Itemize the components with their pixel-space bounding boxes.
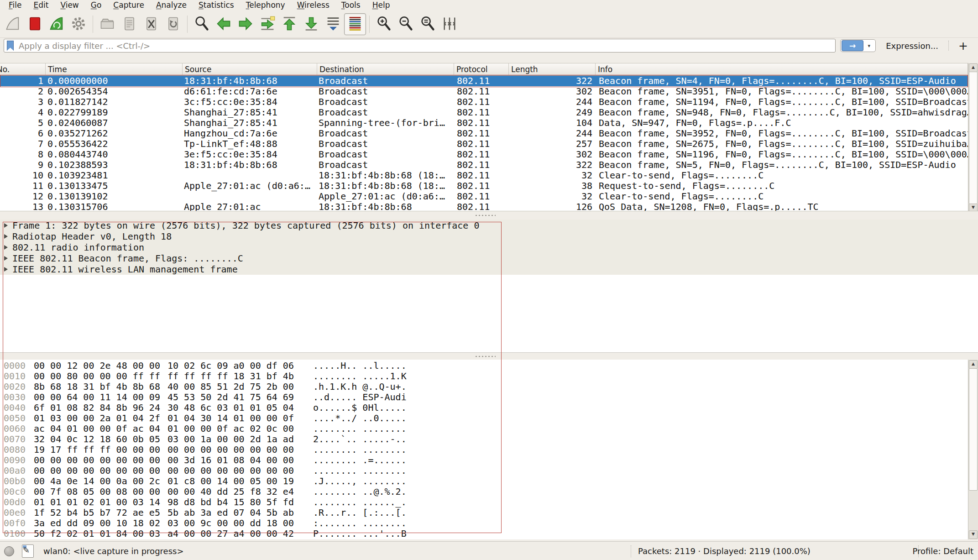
hex-pane-scrollbar[interactable]: ▲ ▼ (968, 360, 978, 539)
packet-row[interactable]: 2 0.002654354 d6:61:fe:cd:7a:6e Broadcas… (0, 86, 968, 97)
scrollbar-thumb[interactable] (969, 72, 978, 204)
pane-splitter[interactable] (0, 211, 978, 220)
hex-row[interactable]: 0090 00 00 00 00 00 00 00 00 00 3d 16 01… (0, 455, 968, 466)
menu-item[interactable]: Wireless (291, 0, 335, 11)
zoom-reset-button[interactable] (417, 13, 439, 35)
menu-item[interactable]: File (3, 0, 27, 11)
detail-row[interactable]: IEEE 802.11 Beacon frame, Flags: .......… (0, 253, 978, 264)
splitter-grip-icon (475, 214, 496, 217)
restart-capture-button[interactable] (46, 13, 68, 35)
packet-row[interactable]: 3 0.011827142 3c:f5:cc:0e:35:84 Broadcas… (0, 97, 968, 107)
go-first-packet-button[interactable] (278, 13, 300, 35)
packet-row[interactable]: 6 0.035271262 Hangzhou_cd:7a:6e Broadcas… (0, 128, 968, 139)
hex-row[interactable]: 00b0 00 4a 0e 14 00 0a 00 2c 01 c8 00 14… (0, 476, 968, 487)
hex-row[interactable]: 0000 00 00 12 00 2e 48 00 00 10 02 6c 09… (0, 361, 968, 371)
column-header-no[interactable]: No. (0, 63, 46, 75)
hex-row[interactable]: 00f0 3a ed dd 09 00 10 18 02 03 00 9c 00… (0, 518, 968, 529)
column-header-protocol[interactable]: Protocol (454, 63, 509, 75)
packet-details-pane: Frame 1: 322 bytes on wire (2576 bits), … (0, 220, 978, 352)
packet-row[interactable]: 13 0.130315706 Apple_27:01:ac 18:31:bf:4… (0, 202, 968, 211)
packet-row[interactable]: 11 0.130133475 Apple_27:01:ac (d0:a6:… 1… (0, 181, 968, 191)
expand-arrow-icon[interactable] (4, 223, 8, 228)
menu-item[interactable]: Tools (335, 0, 366, 11)
go-last-packet-button[interactable] (300, 13, 322, 35)
menu-item[interactable]: Go (85, 0, 108, 11)
scrollbar-thumb[interactable] (969, 368, 978, 491)
expand-arrow-icon[interactable] (4, 267, 8, 272)
detail-row[interactable]: Radiotap Header v0, Length 18 (0, 231, 978, 242)
scroll-up-icon[interactable]: ▲ (969, 360, 978, 369)
hex-row[interactable]: 00e0 1f 52 b4 b5 b7 72 ae e5 5b ab 3a ed… (0, 508, 968, 518)
zoom-out-button[interactable] (395, 13, 417, 35)
save-file-button[interactable] (118, 13, 140, 35)
packet-row[interactable]: 8 0.080443740 3e:f5:cc:0e:35:84 Broadcas… (0, 149, 968, 160)
apply-filter-button[interactable]: → (842, 40, 863, 51)
column-header-source[interactable]: Source (183, 63, 317, 75)
filter-bookmark-icon[interactable] (7, 41, 14, 51)
column-header-time[interactable]: Time (46, 63, 183, 75)
capture-options-button[interactable] (68, 13, 89, 35)
zoom-in-button[interactable] (373, 13, 395, 35)
menu-item[interactable]: Edit (27, 0, 54, 11)
reload-file-button[interactable] (162, 13, 184, 35)
add-filter-button[interactable]: + (954, 39, 974, 52)
colorize-packets-button[interactable] (344, 13, 366, 35)
packet-row[interactable]: 12 0.130139102 Apple_27:01:ac (d0:a6:… 8… (0, 191, 968, 202)
packet-row[interactable]: 4 0.022799189 Shanghai_27:85:41 Broadcas… (0, 107, 968, 118)
packet-row[interactable]: 5 0.024060087 Shanghai_27:85:41 Spanning… (0, 118, 968, 128)
filter-history-caret-icon[interactable]: ▾ (863, 43, 874, 49)
open-file-button[interactable] (96, 13, 118, 35)
scroll-down-icon[interactable]: ▼ (969, 530, 978, 539)
menu-item[interactable]: View (54, 0, 84, 11)
expert-info-icon[interactable] (4, 546, 14, 556)
stop-capture-button[interactable] (24, 13, 46, 35)
close-file-button[interactable] (140, 13, 162, 35)
menu-item[interactable]: Telephony (240, 0, 291, 11)
hex-row[interactable]: 0020 8b 68 18 31 bf 4b 8b 68 40 00 85 51… (0, 382, 968, 392)
capture-comment-icon[interactable]: ✎ (22, 544, 34, 558)
column-header-info[interactable]: Info (596, 63, 968, 75)
expression-button[interactable]: Expression... (880, 41, 944, 51)
scroll-up-icon[interactable]: ▲ (969, 63, 978, 72)
resize-columns-button[interactable] (439, 13, 460, 35)
menu-item[interactable]: Statistics (193, 0, 240, 11)
find-packet-button[interactable] (191, 13, 213, 35)
hex-row[interactable]: 0070 32 04 0c 12 18 60 0b 05 03 00 1a 00… (0, 434, 968, 445)
detail-row[interactable]: 802.11 radio information (0, 242, 978, 253)
display-filter-input[interactable] (18, 41, 832, 51)
packet-list-scrollbar[interactable]: ▲ ▼ (968, 63, 978, 213)
hex-row[interactable]: 00d0 01 01 01 02 01 00 03 14 98 d8 bd b4… (0, 497, 968, 508)
expand-arrow-icon[interactable] (4, 234, 8, 239)
expand-arrow-icon[interactable] (4, 256, 8, 261)
go-to-packet-button[interactable] (256, 13, 278, 35)
menu-item[interactable]: Analyze (150, 0, 193, 11)
hex-row[interactable]: 0050 01 03 00 00 2a 01 04 2f 01 04 30 14… (0, 413, 968, 424)
packet-row[interactable]: 10 0.103923481 18:31:bf:4b:8b:68 (18:… 8… (0, 170, 968, 181)
hex-row[interactable]: 0010 00 00 80 00 00 00 ff ff ff ff ff ff… (0, 371, 968, 382)
go-forward-button[interactable] (235, 13, 256, 35)
packet-row[interactable]: 7 0.055536422 Tp-LinkT_ef:48:88 Broadcas… (0, 139, 968, 149)
display-filter-field[interactable] (4, 39, 836, 52)
menu-item[interactable]: Help (366, 0, 396, 11)
auto-scroll-button[interactable] (322, 13, 344, 35)
column-header-length[interactable]: Length (509, 63, 596, 75)
hex-row[interactable]: 00c0 00 7f 08 05 00 08 00 00 00 00 40 dd… (0, 487, 968, 497)
expand-arrow-icon[interactable] (4, 245, 8, 250)
column-header-destination[interactable]: Destination (317, 63, 454, 75)
hex-row[interactable]: 0040 6f 01 08 82 84 8b 96 24 30 48 6c 03… (0, 403, 968, 413)
go-back-button[interactable] (213, 13, 235, 35)
magnifier-icon (194, 16, 210, 33)
menu-item[interactable]: Capture (107, 0, 150, 11)
packet-row[interactable]: 1 0.000000000 18:31:bf:4b:8b:68 Broadcas… (0, 76, 968, 86)
detail-row[interactable]: IEEE 802.11 wireless LAN management fram… (0, 264, 978, 275)
hex-row[interactable]: 0080 19 17 ff ff ff 00 00 00 00 00 00 00… (0, 445, 968, 455)
start-capture-button[interactable] (2, 13, 24, 35)
hex-row[interactable]: 0100 50 f2 02 01 01 84 00 03 a4 00 00 27… (0, 529, 968, 539)
hex-row[interactable]: 0030 00 00 64 00 11 14 00 09 45 53 50 2d… (0, 392, 968, 403)
hex-row[interactable]: 0060 ac 04 01 00 00 0f ac 04 01 00 00 0f… (0, 424, 968, 434)
profile-text[interactable]: Profile: Default (912, 546, 973, 556)
packet-row[interactable]: 9 0.102388593 18:31:bf:4b:8b:68 Broadcas… (0, 160, 968, 170)
hex-row[interactable]: 00a0 00 00 00 00 00 00 00 00 00 00 00 00… (0, 466, 968, 476)
packet-counts-text: Packets: 2119 · Displayed: 2119 (100.0%) (638, 546, 811, 556)
detail-row[interactable]: Frame 1: 322 bytes on wire (2576 bits), … (0, 220, 978, 231)
